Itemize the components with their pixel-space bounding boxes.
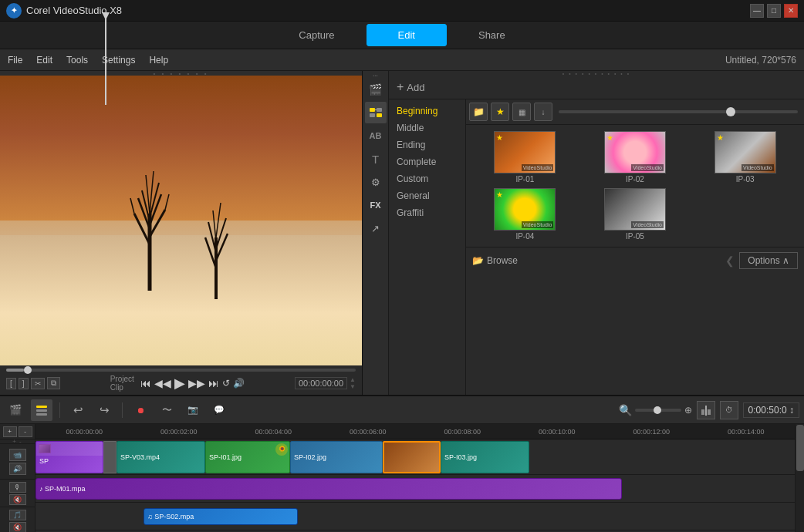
snap-button[interactable] <box>697 401 715 419</box>
star-filter-button[interactable]: ★ <box>491 103 509 121</box>
thumbnail-ip03[interactable]: ★ VideoStudio IP-03 <box>692 131 798 184</box>
thumbnail-ip04[interactable]: ★ VideoStudio IP-04 <box>472 188 578 241</box>
sidebar-graphics[interactable]: ⚙ <box>365 171 387 193</box>
undo-button[interactable]: ↩ <box>67 399 89 421</box>
tree-left <box>127 167 173 293</box>
menu-settings[interactable]: Settings <box>102 55 135 66</box>
category-beginning[interactable]: Beginning <box>389 103 465 120</box>
tab-edit[interactable]: Edit <box>367 24 447 46</box>
close-button[interactable]: ✕ <box>784 4 798 18</box>
timecode-display: 00:00:00:00 <box>295 377 347 389</box>
thumb-img-ip01[interactable]: ★ VideoStudio <box>494 131 556 173</box>
thumb-img-ip02[interactable]: ★ VideoStudio <box>604 131 666 173</box>
thumbnail-ip05[interactable]: VideoStudio IP-05 <box>583 188 688 241</box>
options-button[interactable]: Options ∧ <box>739 252 798 269</box>
category-complete[interactable]: Complete <box>389 153 465 170</box>
svg-rect-21 <box>370 113 375 117</box>
clip-s02[interactable]: ♫ SP-S02.mpa <box>144 508 298 525</box>
mark-in-button[interactable]: [ <box>6 378 16 389</box>
rewind-start-button[interactable]: ⏮ <box>140 377 151 389</box>
sort-button[interactable]: ↓ <box>534 103 552 121</box>
play-button[interactable]: ▶ <box>174 375 185 392</box>
record-button[interactable]: ⏺ <box>130 399 151 421</box>
mic-icon[interactable]: 🎙 <box>9 482 26 493</box>
size-slider-thumb[interactable] <box>726 107 735 116</box>
clip-sp-purple[interactable]: SP <box>35 441 103 473</box>
collapse-button[interactable]: ❮ <box>725 254 735 267</box>
category-ending[interactable]: Ending <box>389 136 465 153</box>
mute-icon[interactable]: 🔇 <box>9 494 26 505</box>
menu-help[interactable]: Help <box>149 55 168 66</box>
tab-capture[interactable]: Capture <box>267 24 366 46</box>
menu-tools[interactable]: Tools <box>66 55 88 66</box>
category-custom[interactable]: Custom <box>389 170 465 187</box>
time-display-button[interactable]: ⏱ <box>720 401 738 419</box>
clip-i03[interactable]: SP-I03.jpg <box>441 441 529 473</box>
thumb-img-ip03[interactable]: ★ VideoStudio <box>714 131 776 173</box>
folder-button[interactable]: 📁 <box>469 103 488 121</box>
zoom-in-button[interactable]: ⊕ <box>684 405 692 416</box>
camera-icon[interactable]: 📹 <box>9 449 26 461</box>
sidebar-media[interactable]: 🎬 <box>365 79 387 100</box>
category-middle[interactable]: Middle <box>389 120 465 136</box>
clip-transition[interactable] <box>103 441 117 473</box>
thumbnail-ip01[interactable]: ★ VideoStudio IP-01 <box>472 131 578 184</box>
size-slider-track[interactable] <box>559 110 798 113</box>
track-effects-button[interactable]: 💬 <box>208 399 230 421</box>
audio-small-icon[interactable]: 🔊 <box>9 463 26 475</box>
sidebar-motion[interactable]: ↗ <box>365 217 387 239</box>
screen-capture-button[interactable]: 📷 <box>182 399 204 421</box>
view-toggle-button[interactable]: ▦ <box>512 103 531 121</box>
clip-i03-label: SP-I03.jpg <box>441 452 480 463</box>
repeat-button[interactable]: ↺ <box>222 378 230 389</box>
maximize-button[interactable]: □ <box>767 4 781 18</box>
sidebar-text[interactable]: T <box>365 148 387 170</box>
menu-edit[interactable]: Edit <box>36 55 52 66</box>
clip-selected[interactable] <box>383 441 441 473</box>
rewind-button[interactable]: ◀◀ <box>154 377 171 389</box>
clip-i02[interactable]: SP-I02.jpg <box>290 441 383 473</box>
add-button[interactable]: + Add <box>397 80 424 94</box>
sidebar-transitions[interactable] <box>365 102 387 123</box>
progress-track[interactable] <box>6 369 356 372</box>
timecode-down[interactable]: ▼ <box>350 383 356 390</box>
browse-button[interactable]: 📂 Browse <box>472 255 518 266</box>
forward-end-button[interactable]: ⏭ <box>208 377 219 389</box>
minimize-button[interactable]: — <box>750 4 764 18</box>
zoom-out-button[interactable]: 🔍 <box>619 404 632 416</box>
tab-share[interactable]: Share <box>447 24 537 46</box>
sidebar-fx[interactable]: FX <box>365 194 387 216</box>
thumb-img-ip05[interactable]: VideoStudio <box>604 188 666 231</box>
cut-button[interactable]: ✂ <box>31 378 45 389</box>
timeline-track-tool[interactable] <box>31 399 52 421</box>
thumbnail-ip02[interactable]: ★ VideoStudio IP-02 <box>583 131 688 184</box>
clip-i01[interactable]: 🌻 SP-I01.jpg <box>205 441 290 473</box>
category-graffiti[interactable]: Graffiti <box>389 204 465 221</box>
redo-button[interactable]: ↪ <box>93 399 115 421</box>
zoom-track[interactable] <box>635 409 681 412</box>
svg-rect-23 <box>36 406 47 408</box>
clip-v03[interactable]: SP-V03.mp4 <box>117 441 205 473</box>
volume-button[interactable]: 🔊 <box>233 378 245 389</box>
storyboard-add-button[interactable]: + <box>3 426 17 437</box>
menu-file[interactable]: File <box>8 55 22 66</box>
star-badge-ip01: ★ <box>496 133 503 142</box>
forward-button[interactable]: ▶▶ <box>188 377 205 389</box>
audio-wave-button[interactable]: 〜 <box>156 399 177 421</box>
mic2-icon[interactable]: 🎵 <box>9 510 26 520</box>
timeline-video-tool[interactable]: 🎬 <box>5 399 26 421</box>
thumb-img-ip04[interactable]: ★ VideoStudio <box>494 188 556 231</box>
svg-line-13 <box>216 234 228 261</box>
zoom-thumb[interactable] <box>654 406 661 414</box>
storyboard-del-button[interactable]: - <box>19 426 32 437</box>
vertical-scrollbar[interactable] <box>795 424 804 532</box>
progress-thumb[interactable] <box>24 366 32 374</box>
clip-m01[interactable]: ♪ SP-M01.mpa <box>35 478 622 500</box>
category-general[interactable]: General <box>389 187 465 204</box>
mark-out-button[interactable]: ] <box>19 378 29 389</box>
copy-button[interactable]: ⧉ <box>47 377 60 389</box>
mute2-icon[interactable]: 🔇 <box>9 522 26 533</box>
timecode-up[interactable]: ▲ <box>350 376 356 383</box>
scroll-thumb-v[interactable] <box>796 425 804 471</box>
sidebar-titles[interactable]: AB <box>365 125 387 146</box>
